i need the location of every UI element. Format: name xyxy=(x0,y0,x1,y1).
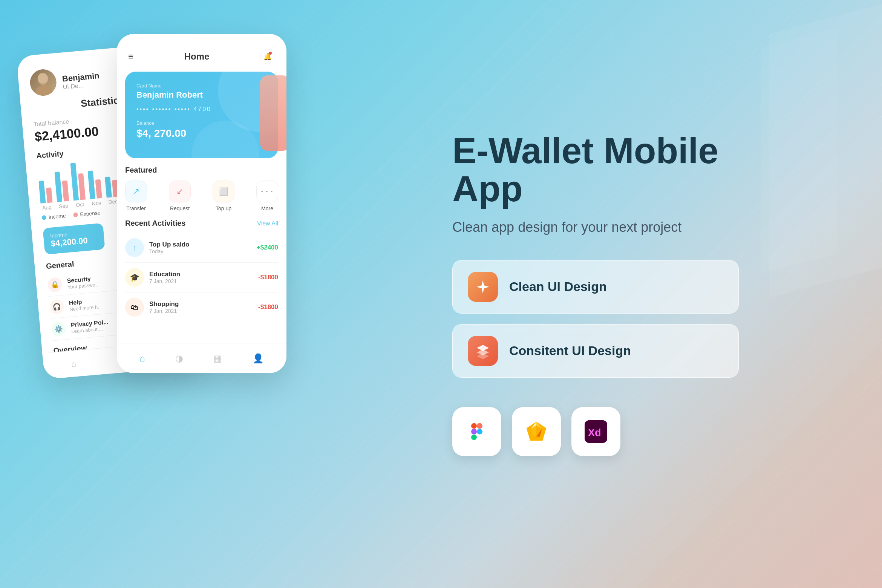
shop-act-amount: -$1800 xyxy=(258,303,278,311)
home-phone: ≡ Home 🔔 Card Name Benjamin Robert •••• … xyxy=(117,34,286,373)
transfer-icon: ↗ xyxy=(125,181,147,202)
front-nav-home[interactable]: ⌂ xyxy=(139,353,145,364)
svg-text:Xd: Xd xyxy=(588,427,601,438)
topup-act-icon: ↑ xyxy=(125,238,144,257)
figma-tool-box xyxy=(452,407,501,456)
edu-act-date: 7 Jan, 2021 xyxy=(149,278,253,284)
svg-point-10 xyxy=(477,429,482,434)
more-icon: • • • xyxy=(256,181,278,202)
feat-topup[interactable]: ⬜ Top up xyxy=(213,181,234,211)
svg-rect-6 xyxy=(471,423,477,429)
consistent-ui-text: Consitent UI Design xyxy=(509,343,631,358)
app-title-line2: App xyxy=(452,168,523,209)
salmon-card-accent xyxy=(260,75,286,151)
activity-topup: ↑ Top Up saldo Today +$2400 xyxy=(125,233,278,263)
front-nav-profile[interactable]: 👤 xyxy=(253,353,264,364)
shop-act-name: Shopping xyxy=(149,300,253,308)
more-label: More xyxy=(261,205,273,211)
bar-income xyxy=(105,176,112,198)
edu-act-info: Education 7 Jan, 2021 xyxy=(149,271,253,284)
svg-marker-5 xyxy=(477,353,489,359)
card-name-label: Card Name xyxy=(136,83,267,89)
activity-shopping: 🛍 Shopping 7 Jan, 2021 -$1800 xyxy=(125,292,278,322)
feat-more[interactable]: • • • More xyxy=(256,181,278,211)
consistent-ui-icon-box xyxy=(468,336,498,366)
security-icon: 🔒 xyxy=(47,277,63,292)
edu-act-icon: 🎓 xyxy=(125,268,144,287)
legend-income-label: Income xyxy=(48,213,66,220)
tools-row: Xd xyxy=(452,407,844,456)
nav-home-icon[interactable]: ⌂ xyxy=(71,359,77,369)
card-holder-name: Benjamin Robert xyxy=(136,90,267,100)
app-title: E-Wallet Mobile App xyxy=(452,132,844,208)
chart-bar-sep: Sep xyxy=(54,171,70,210)
bar-income xyxy=(70,162,79,201)
chart-label-aug: Aug xyxy=(42,204,52,211)
bar-expense xyxy=(46,187,52,203)
bar-expense xyxy=(62,180,69,201)
view-all-button[interactable]: View All xyxy=(257,220,278,227)
chart-bar-oct: Oct xyxy=(70,162,86,208)
privacy-icon: ⚙️ xyxy=(51,321,66,337)
phones-section: Benjamin UI De... Statistic Total balanc… xyxy=(0,0,415,588)
request-icon: ↙ xyxy=(169,181,191,202)
bar-income xyxy=(38,181,46,204)
card-balance-value: $4, 270.00 xyxy=(136,127,267,139)
avatar xyxy=(29,68,58,97)
featured-icons: ↗ Transfer ↙ Request ⬜ Top up • • • xyxy=(125,181,278,211)
shop-act-icon: 🛍 xyxy=(125,298,144,317)
card-number: •••• •••••• ••••• 4700 xyxy=(136,106,267,113)
svg-rect-7 xyxy=(477,423,482,429)
home-header: ≡ Home 🔔 xyxy=(117,34,286,72)
shop-act-info: Shopping 7 Jan, 2021 xyxy=(149,300,253,314)
app-subtitle: Clean app design for your next project xyxy=(452,217,716,237)
svg-point-1 xyxy=(35,84,53,96)
recent-header: Recent Activities View All xyxy=(125,219,278,228)
bottom-nav-front: ⌂ ◑ ▦ 👤 xyxy=(117,343,286,373)
right-section: E-Wallet Mobile App Clean app design for… xyxy=(415,102,882,486)
sketch-tool-box xyxy=(512,407,561,456)
xd-icon: Xd xyxy=(585,420,607,443)
feature-card-consistent-ui: Consitent UI Design xyxy=(452,324,739,378)
bar-income xyxy=(54,172,62,202)
sparkle-icon xyxy=(475,279,491,295)
topup-act-info: Top Up saldo Today xyxy=(149,241,251,254)
app-title-line1: E-Wallet Mobile xyxy=(452,130,718,171)
svg-rect-8 xyxy=(471,429,477,434)
figma-icon xyxy=(466,420,488,443)
activity-education: 🎓 Education 7 Jan, 2021 -$1800 xyxy=(125,263,278,292)
chart-bar-nov: Nov xyxy=(88,170,103,207)
wallet-card: Card Name Benjamin Robert •••• •••••• ••… xyxy=(125,72,278,158)
edu-act-name: Education xyxy=(149,271,253,278)
front-nav-calendar[interactable]: ▦ xyxy=(213,353,222,364)
sketch-icon xyxy=(525,420,548,443)
clean-ui-text: Clean UI Design xyxy=(509,279,607,294)
legend-income-dot xyxy=(41,215,46,220)
chart-bar-aug: Aug xyxy=(38,180,53,211)
legend-expense-label: Expense xyxy=(80,210,101,217)
recent-title: Recent Activities xyxy=(125,219,185,228)
chart-label-oct: Oct xyxy=(76,201,84,208)
chart-label-nov: Nov xyxy=(92,200,101,207)
feat-transfer[interactable]: ↗ Transfer xyxy=(125,181,147,211)
help-icon: 🎧 xyxy=(49,299,64,315)
bar-expense xyxy=(78,173,86,200)
bell-notification-dot xyxy=(269,52,272,55)
transfer-label: Transfer xyxy=(126,205,146,211)
topup-act-amount: +$2400 xyxy=(257,244,278,251)
featured-section: Featured ↗ Transfer ↙ Request ⬜ Top up xyxy=(117,158,286,215)
bar-income xyxy=(88,170,95,199)
legend-expense-dot xyxy=(73,212,78,217)
topup-label: Top up xyxy=(216,205,231,211)
hamburger-icon[interactable]: ≡ xyxy=(128,51,133,62)
front-nav-stats[interactable]: ◑ xyxy=(175,353,183,364)
feat-request[interactable]: ↙ Request xyxy=(169,181,191,211)
featured-title: Featured xyxy=(125,166,278,175)
clean-ui-icon-box xyxy=(468,272,498,302)
shop-act-date: 7 Jan, 2021 xyxy=(149,308,253,314)
request-label: Request xyxy=(170,205,190,211)
bell-button[interactable]: 🔔 xyxy=(260,49,275,64)
layers-icon xyxy=(475,343,491,359)
topup-act-name: Top Up saldo xyxy=(149,241,251,248)
svg-rect-9 xyxy=(471,434,477,440)
